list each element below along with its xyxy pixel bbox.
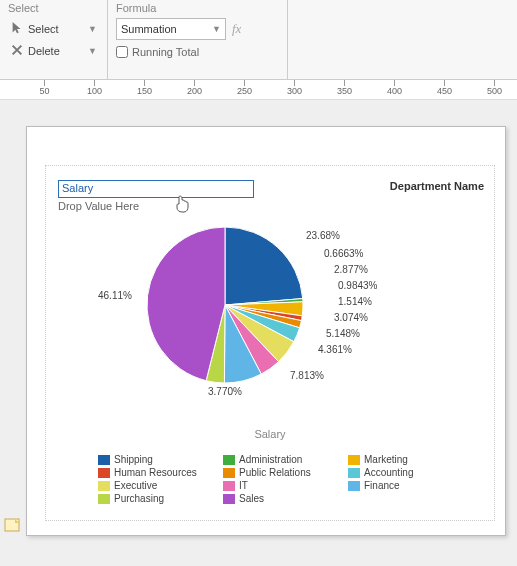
design-canvas: Salary Drop Value Here Department Name 2… — [0, 100, 517, 566]
salary-field-input[interactable]: Salary — [58, 180, 254, 198]
ruler-tick: 400 — [394, 80, 395, 100]
legend-item: Marketing — [348, 454, 473, 465]
ruler-tick: 200 — [194, 80, 195, 100]
legend-item: IT — [223, 480, 348, 491]
dropdown-arrow-icon: ▼ — [88, 46, 97, 56]
pie-slice — [225, 227, 303, 305]
data-label: 7.813% — [290, 370, 324, 381]
data-label: 23.68% — [306, 230, 340, 241]
legend-swatch — [98, 455, 110, 465]
running-total-checkbox[interactable]: Running Total — [116, 46, 279, 58]
legend-item: Executive — [98, 480, 223, 491]
legend-swatch — [223, 481, 235, 491]
ribbon-group-select: Select Select ▼ Delete ▼ — [0, 0, 108, 79]
dropdown-arrow-icon: ▼ — [212, 24, 221, 34]
chart-frame: Salary Drop Value Here Department Name 2… — [45, 165, 495, 521]
group-title-formula: Formula — [116, 2, 279, 14]
legend-label: Executive — [114, 480, 157, 491]
ruler-tick: 500 — [494, 80, 495, 100]
legend-swatch — [223, 455, 235, 465]
dropdown-arrow-icon: ▼ — [88, 24, 97, 34]
group-title-select: Select — [8, 2, 99, 14]
running-total-input[interactable] — [116, 46, 128, 58]
legend-item: Administration — [223, 454, 348, 465]
ribbon-toolbar: Select Select ▼ Delete ▼ Formula Summati… — [0, 0, 517, 80]
data-label: 3.074% — [334, 312, 368, 323]
legend-swatch — [348, 468, 360, 478]
formula-combobox[interactable]: Summation ▼ — [116, 18, 226, 40]
legend-label: Public Relations — [239, 467, 311, 478]
note-icon[interactable] — [4, 516, 22, 536]
legend-item: Accounting — [348, 467, 473, 478]
data-label: 1.514% — [338, 296, 372, 307]
legend-item: Shipping — [98, 454, 223, 465]
ruler-tick: 100 — [94, 80, 95, 100]
running-total-label: Running Total — [132, 46, 199, 58]
fx-button[interactable]: fx — [232, 21, 241, 37]
legend-swatch — [98, 468, 110, 478]
formula-value: Summation — [121, 23, 177, 35]
legend-swatch — [98, 481, 110, 491]
cursor-icon — [10, 21, 24, 37]
delete-button[interactable]: Delete ▼ — [8, 40, 99, 62]
report-page[interactable]: Salary Drop Value Here Department Name 2… — [26, 126, 506, 536]
data-label: 0.9843% — [338, 280, 377, 291]
x-icon — [10, 43, 24, 59]
chart-x-title: Salary — [46, 428, 494, 440]
legend-label: Finance — [364, 480, 400, 491]
data-label: 0.6663% — [324, 248, 363, 259]
legend-swatch — [223, 494, 235, 504]
legend-label: Sales — [239, 493, 264, 504]
ruler-tick: 250 — [244, 80, 245, 100]
horizontal-ruler: 50100150200250300350400450500 — [0, 80, 517, 100]
ruler-tick: 50 — [44, 80, 45, 100]
data-label: 3.770% — [208, 386, 242, 397]
legend-item: Sales — [223, 493, 348, 504]
legend-label: Shipping — [114, 454, 153, 465]
delete-button-label: Delete — [28, 45, 60, 57]
legend-swatch — [223, 468, 235, 478]
legend-item: Finance — [348, 480, 473, 491]
legend-item: Human Resources — [98, 467, 223, 478]
legend-item: Public Relations — [223, 467, 348, 478]
pie-svg — [140, 220, 310, 390]
legend-swatch — [348, 455, 360, 465]
ruler-tick: 300 — [294, 80, 295, 100]
legend-label: Accounting — [364, 467, 413, 478]
data-label: 46.11% — [98, 290, 132, 301]
ribbon-group-formula: Formula Summation ▼ fx Running Total — [108, 0, 288, 79]
legend-label: Purchasing — [114, 493, 164, 504]
select-button-label: Select — [28, 23, 59, 35]
legend-swatch — [348, 481, 360, 491]
data-label: 4.361% — [318, 344, 352, 355]
legend-label: Administration — [239, 454, 302, 465]
legend-label: IT — [239, 480, 248, 491]
legend-item: Purchasing — [98, 493, 223, 504]
legend-label: Human Resources — [114, 467, 197, 478]
data-label: 2.877% — [334, 264, 368, 275]
data-label: 5.148% — [326, 328, 360, 339]
pie-chart: 23.68% 0.6663% 2.877% 0.9843% 1.514% 3.0… — [96, 210, 456, 420]
select-button[interactable]: Select ▼ — [8, 18, 99, 40]
ruler-tick: 450 — [444, 80, 445, 100]
legend-title: Department Name — [390, 180, 484, 192]
ruler-tick: 350 — [344, 80, 345, 100]
legend-label: Marketing — [364, 454, 408, 465]
ruler-tick: 150 — [144, 80, 145, 100]
svg-rect-0 — [5, 519, 19, 531]
legend-swatch — [98, 494, 110, 504]
legend: ShippingAdministrationMarketingHuman Res… — [98, 454, 484, 506]
